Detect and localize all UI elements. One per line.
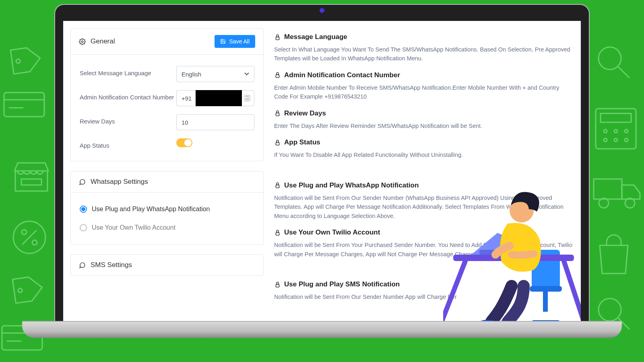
pointer-icon bbox=[274, 110, 281, 117]
help-h4: App Status bbox=[284, 138, 320, 146]
laptop-base bbox=[22, 321, 622, 338]
svg-rect-4 bbox=[21, 179, 41, 185]
admin-number-label: Admin Notification Contact Number bbox=[80, 90, 176, 101]
svg-line-14 bbox=[619, 67, 629, 78]
whatsapp-opt-plugplay[interactable]: Use Plug and Play WhatsApp Notification bbox=[80, 200, 254, 218]
bg-percent-icon bbox=[11, 219, 47, 255]
whatsapp-opt-twilio[interactable]: Use Your Own Twilio Account bbox=[80, 218, 254, 237]
bg-search-icon bbox=[594, 42, 634, 82]
svg-rect-15 bbox=[596, 109, 636, 149]
svg-point-13 bbox=[599, 47, 621, 70]
svg-point-28 bbox=[81, 41, 83, 42]
bg-truck-icon bbox=[592, 169, 644, 213]
bg-bag-icon bbox=[594, 233, 634, 278]
pointer-icon bbox=[274, 182, 281, 189]
laptop-frame: General Save All Select Message Language bbox=[54, 4, 590, 338]
svg-point-22 bbox=[625, 138, 628, 142]
whatsapp-icon bbox=[79, 179, 86, 185]
general-title: General bbox=[91, 37, 115, 45]
svg-rect-23 bbox=[594, 179, 622, 199]
app-status-label: App Status bbox=[80, 138, 176, 150]
app-status-toggle[interactable] bbox=[176, 138, 192, 147]
whatsapp-title: Whatsapp Settings bbox=[91, 178, 148, 186]
help-h3: Review Days bbox=[284, 109, 326, 117]
language-label: Select Message Language bbox=[80, 66, 176, 77]
svg-point-7 bbox=[32, 240, 37, 245]
webcam-icon bbox=[320, 8, 324, 13]
help-p3: Enter The Days After Review Reminder SMS… bbox=[274, 121, 574, 130]
svg-line-8 bbox=[23, 230, 36, 244]
help-h7: Use Plug and Play SMS Notification bbox=[284, 280, 400, 288]
svg-point-17 bbox=[604, 130, 607, 133]
radio-unchecked-icon bbox=[80, 224, 87, 231]
whatsapp-settings-card: Whatsapp Settings Use Plug and Play What… bbox=[70, 171, 264, 245]
help-p1: Select In What Language You Want To Send… bbox=[274, 45, 574, 63]
review-days-label: Review Days bbox=[80, 114, 176, 125]
bg-card-icon bbox=[2, 88, 46, 121]
chat-icon bbox=[79, 262, 86, 269]
help-h5: Use Plug and Play WhatsApp Notification bbox=[284, 181, 419, 189]
save-label: Save All bbox=[229, 38, 250, 45]
help-h1: Message Language bbox=[284, 33, 347, 41]
pointer-icon bbox=[274, 229, 281, 236]
language-select[interactable]: English bbox=[176, 66, 254, 82]
svg-point-24 bbox=[599, 198, 609, 208]
bg-tag-icon bbox=[2, 41, 46, 79]
radio-checked-icon bbox=[80, 206, 87, 213]
whatsapp-opt1-label: Use Plug and Play WhatsApp Notification bbox=[92, 206, 210, 213]
sms-title: SMS Settings bbox=[91, 261, 132, 269]
redaction-mask bbox=[196, 90, 242, 106]
help-h6: Use Your Own Twilio Account bbox=[284, 228, 380, 237]
svg-point-18 bbox=[614, 130, 617, 133]
svg-rect-16 bbox=[601, 113, 631, 122]
help-p7: Notification will be Sent From Our Sende… bbox=[274, 292, 574, 301]
whatsapp-opt2-label: Use Your Own Twilio Account bbox=[92, 224, 175, 231]
pointer-icon bbox=[274, 139, 281, 146]
app-screen: General Save All Select Message Language bbox=[63, 21, 581, 321]
help-panel: Message Language Select In What Language… bbox=[274, 28, 574, 321]
gear-icon bbox=[79, 38, 86, 45]
svg-point-6 bbox=[22, 230, 27, 234]
svg-point-20 bbox=[604, 138, 607, 142]
svg-point-19 bbox=[625, 130, 628, 133]
svg-point-21 bbox=[614, 138, 617, 142]
svg-point-26 bbox=[599, 298, 621, 321]
bg-calc-icon bbox=[592, 105, 640, 153]
svg-rect-1 bbox=[4, 93, 44, 117]
pointer-icon bbox=[274, 72, 281, 78]
svg-point-25 bbox=[625, 198, 635, 208]
bg-tag-icon-2 bbox=[4, 271, 48, 308]
help-p5: Notification will be Sent From Our Sende… bbox=[274, 193, 574, 220]
pointer-icon bbox=[274, 281, 281, 288]
pointer-icon bbox=[274, 34, 281, 41]
save-all-button[interactable]: Save All bbox=[215, 35, 255, 48]
sms-settings-card: SMS Settings bbox=[70, 254, 264, 276]
svg-point-9 bbox=[18, 288, 22, 292]
contacts-icon[interactable]: ☰ bbox=[244, 95, 250, 101]
save-icon bbox=[220, 39, 226, 44]
general-card: General Save All Select Message Language bbox=[70, 28, 264, 161]
review-days-input[interactable] bbox=[176, 114, 254, 130]
help-p2: Enter Admin Mobile Number To Receive SMS… bbox=[274, 83, 574, 101]
help-h2: Admin Notification Contact Number bbox=[284, 71, 400, 79]
help-p4: If You Want To Disable All App Related F… bbox=[274, 150, 574, 159]
svg-point-0 bbox=[16, 59, 20, 63]
bg-store-icon bbox=[11, 155, 52, 195]
help-p6: Notification will be Sent From Your Purc… bbox=[274, 241, 574, 259]
